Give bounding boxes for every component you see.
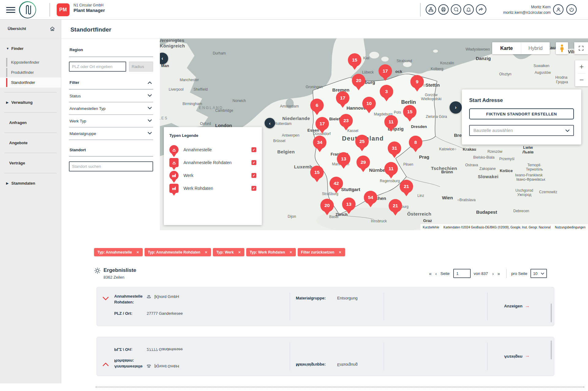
map-cluster-marker[interactable]: 15: [310, 166, 324, 179]
plz-ort-input[interactable]: [69, 62, 126, 72]
map-cluster-marker[interactable]: 3: [380, 85, 393, 98]
filter-chip[interactable]: Typ: Werk✕: [213, 248, 244, 256]
filter-chip[interactable]: Typ: Annahmestelle✕: [94, 248, 143, 256]
previous-page-icon[interactable]: ‹: [433, 271, 439, 276]
legend-checkbox-checked[interactable]: ✓: [251, 147, 256, 152]
legend-collapse-button[interactable]: ‹: [265, 118, 275, 128]
map-cluster-marker[interactable]: 11: [384, 162, 398, 175]
sidebar-item-angebote[interactable]: Angebote: [0, 137, 61, 148]
anzeigen-button[interactable]: Anzeigen →: [504, 354, 530, 360]
map-cluster-marker[interactable]: 21: [389, 199, 402, 212]
sidebar-item-verwaltung[interactable]: ▶Verwaltung: [0, 97, 61, 108]
sidebar-item-produktfinder[interactable]: Produktfinder: [0, 67, 61, 77]
map-cluster-marker[interactable]: 54: [364, 191, 377, 204]
row-expand-chevron-icon[interactable]: [102, 362, 109, 367]
row-scrollbar[interactable]: [551, 303, 552, 322]
map-cluster-marker[interactable]: 6: [310, 99, 324, 112]
standort-search-input[interactable]: [69, 161, 153, 171]
baustelle-select[interactable]: Baustelle auswählen: [469, 125, 574, 136]
last-page-icon[interactable]: »: [496, 271, 502, 276]
sidebar-item-finder[interactable]: ▼Finder: [0, 43, 61, 54]
map-cluster-marker[interactable]: 29: [356, 156, 370, 169]
streetview-pegman-icon[interactable]: [556, 42, 568, 54]
first-page-icon[interactable]: «: [427, 271, 433, 276]
active-filter-chips: Typ: Annahmestelle✕Typ: Annahmestelle Ro…: [94, 248, 345, 256]
sidebar-item-standortfinder[interactable]: Standortfinder: [0, 77, 61, 88]
caret-right-icon: ▶: [6, 101, 11, 104]
map-type-karte[interactable]: Karte: [492, 42, 521, 54]
results-settings-gear-icon[interactable]: [94, 267, 101, 274]
chip-remove-icon[interactable]: ✕: [238, 250, 241, 254]
map-shortcuts-link[interactable]: Kurzbefehle: [423, 226, 439, 229]
map-cluster-marker[interactable]: 17: [336, 91, 349, 105]
filter-dropdown-status[interactable]: Status: [69, 90, 153, 102]
map-cluster-marker[interactable]: 21: [400, 180, 413, 193]
map-cluster-marker[interactable]: 20: [320, 199, 334, 212]
map-cluster-marker[interactable]: 11: [384, 115, 398, 129]
map-cluster-marker[interactable]: 42: [330, 177, 343, 190]
sidebar-item-uebersicht[interactable]: Übersicht: [0, 20, 61, 39]
menu-hamburger-icon[interactable]: [6, 7, 15, 13]
filter-dropdown-annahmestellen-typ[interactable]: Annahmestellen Typ: [69, 102, 153, 115]
map-cluster-marker[interactable]: 13: [342, 197, 356, 211]
row-expand-chevron-icon[interactable]: [102, 296, 109, 301]
chat-icon[interactable]: [451, 4, 461, 15]
map-zoom-control: + −: [575, 60, 588, 86]
filter-chip[interactable]: Typ: Werk Rohdaten✕: [246, 248, 296, 256]
sidebar: Übersicht ▼FinderKippstellenfinderProduk…: [0, 20, 61, 383]
map-canvas[interactable]: VereinigtesKönigreichDurhamManManchester…: [160, 38, 588, 230]
logout-power-icon[interactable]: [566, 4, 577, 15]
fullscreen-icon[interactable]: [574, 42, 588, 54]
map-cluster-marker[interactable]: 9: [410, 75, 424, 88]
sitemap-icon[interactable]: [426, 4, 436, 15]
legend-item-werk: Werk✓: [169, 169, 256, 182]
map-terms-link[interactable]: Nutzungsbedingungen: [555, 226, 586, 229]
filter-chip[interactable]: Filter zurücksetzen✕: [298, 248, 345, 256]
next-page-icon[interactable]: ›: [490, 271, 496, 276]
map-cluster-marker[interactable]: 10: [362, 97, 376, 110]
map-cluster-marker[interactable]: 17: [315, 117, 329, 130]
map-data-credit: Kartendaten ©2024 GeoBasis-DE/BKG (©2009…: [443, 226, 551, 229]
map-cluster-marker[interactable]: 25: [355, 135, 369, 148]
profile-icon[interactable]: [553, 4, 564, 15]
anzeigen-button[interactable]: Anzeigen →: [504, 303, 530, 309]
map-cluster-marker[interactable]: 8: [409, 136, 422, 149]
legend-checkbox-checked[interactable]: ✓: [251, 160, 256, 165]
map-cluster-marker[interactable]: 15: [348, 53, 361, 67]
map-cluster-marker[interactable]: 15: [403, 105, 417, 118]
zoom-out-button[interactable]: −: [575, 73, 588, 86]
row-column-divider: [487, 343, 488, 370]
legend-checkbox-checked[interactable]: ✓: [251, 186, 256, 191]
per-page-select[interactable]: 10: [530, 269, 547, 278]
chip-remove-icon[interactable]: ✕: [136, 250, 139, 254]
sidebar-item-stammdaten[interactable]: ▶Stammdaten: [0, 178, 61, 189]
map-cluster-marker[interactable]: 23: [339, 114, 353, 127]
filter-dropdown-werk-typ[interactable]: Werk Typ: [69, 115, 153, 127]
results-title: Ergebnisliste: [104, 267, 136, 273]
result-row-card[interactable]: Annahmestelle Rohdaten: [k]nord GmbH PLZ…: [96, 337, 554, 376]
row-scrollbar[interactable]: [551, 340, 552, 359]
sidebar-item-anfragen[interactable]: Anfragen: [0, 117, 61, 128]
map-cluster-marker[interactable]: 31: [388, 141, 401, 155]
result-row-card[interactable]: Annahmestelle Rohdaten: [k]nord GmbH PLZ…: [96, 287, 554, 326]
map-cluster-marker[interactable]: 34: [313, 136, 326, 149]
page-number-input[interactable]: [453, 269, 471, 278]
sidebar-item-verträge[interactable]: Verträge: [0, 158, 61, 168]
chip-remove-icon[interactable]: ✕: [338, 250, 341, 254]
start-panel-collapse-button[interactable]: ›: [450, 101, 462, 114]
filter-chip[interactable]: Typ: Annahmestelle Rohdaten✕: [145, 248, 211, 256]
filter-section-toggle[interactable]: Filter: [69, 80, 153, 89]
chip-remove-icon[interactable]: ✕: [289, 250, 292, 254]
legend-checkbox-checked[interactable]: ✓: [251, 173, 256, 178]
map-cluster-marker[interactable]: 20: [352, 74, 365, 87]
radius-input[interactable]: [129, 62, 153, 72]
zoom-in-button[interactable]: +: [575, 60, 588, 73]
map-cluster-marker[interactable]: 17: [379, 64, 392, 78]
sidebar-item-kippstellenfinder[interactable]: Kippstellenfinder: [0, 57, 61, 67]
map-type-hybrid[interactable]: Hybrid: [521, 42, 550, 54]
chip-remove-icon[interactable]: ✕: [205, 250, 208, 254]
print-icon[interactable]: [438, 4, 449, 15]
create-fictive-location-button[interactable]: FIKTIVEN STANDORT ERSTELLEN: [469, 108, 574, 119]
map-cluster-marker[interactable]: 13: [337, 152, 350, 166]
filter-dropdown-materialgruppe[interactable]: Materialgruppe: [69, 127, 153, 140]
